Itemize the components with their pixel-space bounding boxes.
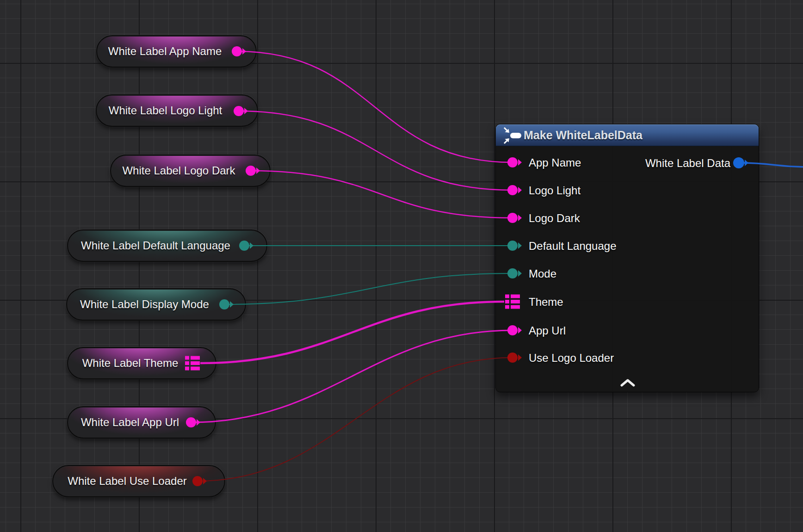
getter-node-label: White Label App Url bbox=[68, 407, 215, 438]
getter-node-white-label-theme[interactable]: White Label Theme bbox=[67, 347, 216, 379]
make-input-logo-dark: Logo Dark bbox=[529, 211, 580, 225]
getter-node-label: White Label App Name bbox=[97, 36, 256, 67]
wire-logo-light[interactable] bbox=[239, 111, 513, 190]
wire-app-name[interactable] bbox=[237, 51, 513, 162]
collapse-node-button[interactable] bbox=[619, 379, 636, 387]
getter-node-label: White Label Logo Dark bbox=[111, 155, 270, 186]
getter-node-label: White Label Use Loader bbox=[53, 466, 224, 496]
make-input-app-name: App Name bbox=[529, 156, 581, 170]
make-input-use-logo-loader: Use Logo Loader bbox=[529, 351, 614, 365]
wire-theme[interactable] bbox=[200, 302, 504, 363]
make-node-title: Make WhiteLabelData bbox=[524, 124, 642, 146]
getter-node-white-label-default-language[interactable]: White Label Default Language bbox=[67, 229, 267, 262]
make-struct-icon bbox=[502, 127, 523, 144]
wire-mode[interactable] bbox=[224, 273, 513, 304]
getter-node-white-label-app-name[interactable]: White Label App Name bbox=[96, 35, 257, 68]
make-output-white-label-data: White Label Data bbox=[645, 156, 730, 170]
getter-node-white-label-logo-light[interactable]: White Label Logo Light bbox=[96, 94, 258, 127]
getter-node-white-label-app-url[interactable]: White Label App Url bbox=[67, 406, 216, 439]
make-input-theme: Theme bbox=[529, 295, 563, 309]
make-node-header[interactable]: Make WhiteLabelData bbox=[496, 124, 759, 146]
make-input-mode: Mode bbox=[529, 267, 556, 281]
make-whitelabeldata-node[interactable]: Make WhiteLabelData App Name Logo Light … bbox=[495, 124, 759, 392]
make-input-default-language: Default Language bbox=[529, 239, 617, 253]
make-input-logo-light: Logo Light bbox=[529, 184, 581, 198]
wire-app-url[interactable] bbox=[191, 330, 513, 422]
blueprint-graph-canvas[interactable]: White Label App Name White Label Logo Li… bbox=[0, 0, 803, 532]
wire-use-logo-loader[interactable] bbox=[198, 358, 513, 481]
wire-logo-dark[interactable] bbox=[251, 171, 513, 218]
getter-node-white-label-use-loader[interactable]: White Label Use Loader bbox=[52, 465, 225, 497]
getter-node-white-label-logo-dark[interactable]: White Label Logo Dark bbox=[110, 155, 271, 187]
getter-node-label: White Label Display Mode bbox=[67, 289, 245, 320]
make-input-app-url: App Url bbox=[529, 324, 566, 338]
getter-node-label: White Label Theme bbox=[68, 348, 216, 378]
getter-node-label: White Label Logo Light bbox=[97, 95, 257, 126]
getter-node-label: White Label Default Language bbox=[68, 230, 266, 261]
getter-node-white-label-display-mode[interactable]: White Label Display Mode bbox=[66, 288, 246, 321]
chevron-up-icon bbox=[619, 379, 636, 387]
